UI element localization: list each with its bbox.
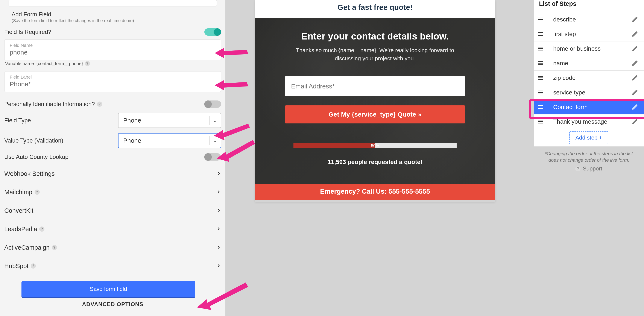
drag-handle-icon[interactable] bbox=[538, 105, 543, 109]
steps-title: List of Steps bbox=[534, 0, 644, 12]
add-step-button[interactable]: Add step + bbox=[569, 132, 608, 144]
chevron-right-icon bbox=[216, 189, 221, 196]
progress-bar: 50% bbox=[294, 143, 456, 148]
chevron-down-icon bbox=[212, 118, 217, 123]
save-form-field-button[interactable]: Save form field bbox=[22, 281, 195, 297]
support-link[interactable]: Support bbox=[582, 165, 602, 172]
chevron-right-icon bbox=[216, 226, 221, 233]
preview-heading: Get a fast free quote! bbox=[255, 0, 495, 18]
field-label-label: Field Label bbox=[10, 74, 216, 80]
pencil-icon[interactable] bbox=[632, 16, 638, 23]
accordion-label: Mailchimp bbox=[4, 189, 32, 196]
field-type-value: Phone bbox=[123, 117, 141, 124]
value-type-label: Value Type (Validation) bbox=[4, 138, 63, 144]
accordion-leadspedia[interactable]: LeadsPedia? bbox=[4, 220, 221, 238]
accordion-label: HubSpot bbox=[4, 262, 28, 270]
form-field-editor: Add Form Field (Save the form field to r… bbox=[0, 0, 226, 316]
steps-panel: List of Steps describefirst stephome or … bbox=[534, 0, 644, 172]
step-row-service-type[interactable]: service type bbox=[534, 85, 644, 100]
accordion-hubspot[interactable]: HubSpot? bbox=[4, 257, 221, 275]
help-icon[interactable]: ? bbox=[39, 226, 44, 232]
step-row-describe[interactable]: describe bbox=[534, 12, 644, 26]
field-label-input[interactable]: Field Label Phone* bbox=[4, 71, 221, 92]
social-proof-stat: 11,593 people requested a quote! bbox=[282, 159, 468, 166]
steps-reorder-note: *Changing the order of the steps in the … bbox=[540, 150, 638, 163]
accordion-label: LeadsPedia bbox=[4, 226, 37, 233]
pencil-icon[interactable] bbox=[632, 46, 638, 52]
step-label: describe bbox=[553, 16, 576, 23]
advanced-options-heading[interactable]: ADVANCED OPTIONS bbox=[4, 301, 221, 308]
drag-handle-icon[interactable] bbox=[538, 120, 543, 124]
chevron-right-icon bbox=[216, 244, 221, 251]
drag-handle-icon[interactable] bbox=[538, 47, 543, 50]
step-row-thank-you-message[interactable]: Thank you message bbox=[534, 114, 644, 129]
drag-handle-icon[interactable] bbox=[538, 62, 543, 65]
pencil-icon[interactable] bbox=[632, 75, 638, 81]
field-name-value: phone bbox=[10, 49, 216, 56]
accordion-label: ConvertKit bbox=[4, 207, 33, 214]
step-label: first step bbox=[553, 31, 576, 38]
step-label: Contact form bbox=[553, 104, 588, 110]
chevron-right-icon bbox=[216, 207, 221, 214]
help-icon: ? bbox=[575, 166, 580, 171]
drag-handle-icon[interactable] bbox=[538, 32, 543, 36]
accordion-mailchimp[interactable]: Mailchimp? bbox=[4, 183, 221, 201]
step-row-contact-form[interactable]: Contact form bbox=[534, 100, 644, 114]
preview-step-title: Enter your contact details below. bbox=[282, 31, 468, 42]
step-row-zip-code[interactable]: zip code bbox=[534, 70, 644, 85]
variable-name-caption: Variable name: {contact_form__phone} bbox=[5, 61, 83, 66]
field-name-input[interactable]: Field Name phone bbox=[4, 40, 221, 60]
add-form-field-title: Add Form Field bbox=[12, 11, 217, 18]
progress-label: 50% bbox=[371, 144, 379, 148]
drag-handle-icon[interactable] bbox=[538, 90, 543, 94]
accordion-activecampaign[interactable]: ActiveCampaign? bbox=[4, 238, 221, 257]
field-name-label: Field Name bbox=[10, 43, 216, 48]
value-type-select[interactable]: Phone bbox=[118, 133, 221, 148]
pencil-icon[interactable] bbox=[632, 89, 638, 96]
step-label: zip code bbox=[553, 74, 576, 81]
chevron-right-icon bbox=[216, 262, 221, 270]
step-row-name[interactable]: name bbox=[534, 56, 644, 70]
accordion-label: Webhook Settings bbox=[4, 170, 55, 177]
pii-toggle[interactable] bbox=[204, 100, 221, 108]
step-row-home-or-business[interactable]: home or business bbox=[534, 41, 644, 56]
pencil-icon[interactable] bbox=[632, 60, 638, 66]
help-icon[interactable]: ? bbox=[31, 264, 36, 268]
chevron-down-icon bbox=[212, 138, 217, 143]
preview-step-subtext: Thanks so much {name__name}. We're reall… bbox=[291, 46, 459, 62]
drag-handle-icon[interactable] bbox=[538, 76, 543, 80]
field-type-label: Field Type bbox=[4, 117, 31, 124]
field-type-select[interactable]: Phone bbox=[118, 113, 221, 128]
pencil-icon[interactable] bbox=[632, 118, 638, 125]
drag-handle-icon[interactable] bbox=[538, 18, 543, 21]
step-label: name bbox=[553, 60, 568, 67]
help-icon[interactable]: ? bbox=[97, 102, 102, 107]
step-label: Thank you message bbox=[553, 118, 607, 125]
field-label-value: Phone* bbox=[10, 80, 216, 88]
accordion-convertkit[interactable]: ConvertKit bbox=[4, 201, 221, 220]
chevron-right-icon bbox=[216, 170, 221, 177]
email-field[interactable] bbox=[285, 76, 465, 96]
field-required-label: Field Is Required? bbox=[4, 29, 51, 36]
form-preview: Get a fast free quote! Enter your contac… bbox=[255, 0, 495, 202]
help-icon[interactable]: ? bbox=[34, 190, 40, 195]
get-quote-button[interactable]: Get My {service_type} Quote » bbox=[285, 106, 465, 124]
pencil-icon[interactable] bbox=[632, 31, 638, 37]
preview-footer-callus: Emergency? Call Us: 555-555-5555 bbox=[255, 184, 495, 200]
help-icon[interactable]: ? bbox=[52, 245, 57, 250]
auto-county-toggle[interactable] bbox=[204, 153, 221, 160]
field-required-toggle[interactable] bbox=[204, 28, 221, 36]
value-type-value: Phone bbox=[123, 137, 141, 144]
accordion-webhook-settings[interactable]: Webhook Settings bbox=[4, 164, 221, 183]
step-label: home or business bbox=[553, 45, 601, 52]
step-row-first-step[interactable]: first step bbox=[534, 26, 644, 41]
previous-card-bottom bbox=[8, 0, 217, 6]
step-label: service type bbox=[553, 89, 585, 96]
add-form-field-subtitle: (Save the form field to reflect the chan… bbox=[12, 18, 217, 23]
accordion-label: ActiveCampaign bbox=[4, 244, 50, 251]
pii-label: Personally Identifiable Information? bbox=[4, 101, 95, 108]
pencil-icon[interactable] bbox=[632, 104, 638, 110]
auto-county-label: Use Auto County Lookup bbox=[4, 154, 68, 160]
help-icon[interactable]: ? bbox=[85, 61, 90, 66]
